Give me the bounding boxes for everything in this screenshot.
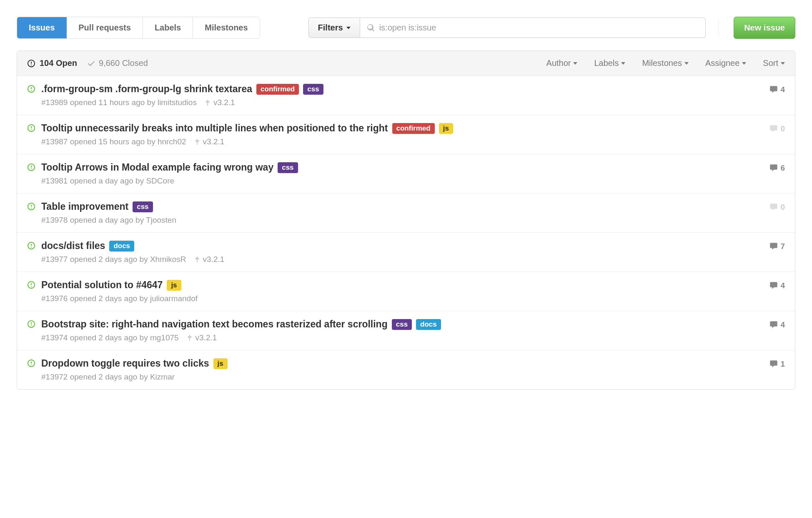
issue-row: Potential solution to #4647js#13976 open…	[17, 272, 795, 311]
filter-sort[interactable]: Sort	[763, 58, 785, 68]
closed-count[interactable]: 9,660 Closed	[87, 58, 148, 68]
issue-title-line: Tooltip unnecessarily breaks into multip…	[41, 123, 764, 134]
issue-meta-text: #13974 opened 2 days ago by mg1075	[41, 333, 179, 342]
issue-main: Tooltip unnecessarily breaks into multip…	[41, 123, 764, 146]
filter-labels[interactable]: Labels	[594, 58, 625, 68]
issue-title-link[interactable]: Table improvement	[41, 201, 128, 212]
label-pill-confirmed[interactable]: confirmed	[256, 84, 299, 95]
issue-main: Tooltip Arrows in Modal example facing w…	[41, 162, 764, 186]
search-input[interactable]	[375, 18, 699, 38]
new-issue-button[interactable]: New issue	[734, 17, 795, 39]
issue-title-link[interactable]: Bootstrap site: right-hand navigation te…	[41, 319, 388, 330]
filter-author[interactable]: Author	[546, 58, 578, 68]
comment-count: 4	[780, 320, 785, 329]
issue-open-icon	[27, 202, 35, 213]
open-count-label: 104 Open	[40, 58, 77, 68]
svg-point-26	[31, 365, 32, 365]
nav-labels[interactable]: Labels	[143, 17, 193, 38]
nav-pull-requests[interactable]: Pull requests	[67, 17, 143, 38]
caret-down-icon	[621, 62, 625, 65]
issue-main: Bootstrap site: right-hand navigation te…	[41, 319, 764, 342]
issue-meta: #13987 opened 15 hours ago by hnrch02v3.…	[41, 137, 764, 146]
issue-comments[interactable]: 6	[769, 163, 785, 173]
svg-point-17	[31, 247, 32, 248]
search-box[interactable]	[360, 18, 706, 38]
filter-assignee[interactable]: Assignee	[705, 58, 746, 68]
label-pill-css[interactable]: css	[392, 319, 412, 330]
issue-meta-text: #13978 opened a day ago by Tjoosten	[41, 216, 176, 225]
label-pill-confirmed[interactable]: confirmed	[392, 123, 435, 134]
issue-title-line: .form-group-sm .form-group-lg shrink tex…	[41, 83, 764, 95]
issue-title-link[interactable]: .form-group-sm .form-group-lg shrink tex…	[41, 83, 252, 95]
issue-open-icon	[27, 124, 35, 134]
nav-group: Issues Pull requests Labels Milestones	[17, 17, 260, 39]
issue-meta-text: #13977 opened 2 days ago by XhmikosR	[41, 255, 186, 264]
issue-meta-text: #13976 opened 2 days ago by julioarmando…	[41, 294, 198, 303]
issue-row: Bootstrap site: right-hand navigation te…	[17, 311, 795, 350]
caret-down-icon	[781, 62, 785, 65]
nav-issues[interactable]: Issues	[17, 17, 67, 38]
label-pill-css[interactable]: css	[303, 84, 323, 95]
issue-title-line: Bootstrap site: right-hand navigation te…	[41, 319, 764, 330]
issue-row: Dropdown toggle requires two clicksjs#13…	[17, 350, 795, 389]
label-pill-js[interactable]: js	[213, 358, 228, 369]
svg-point-11	[31, 168, 32, 169]
issue-meta-text: #13989 opened 11 hours ago by limitstudi…	[41, 98, 197, 107]
issue-comments[interactable]: 7	[769, 242, 785, 251]
issue-comments[interactable]: 4	[769, 320, 785, 329]
label-pill-css[interactable]: css	[278, 162, 298, 173]
issue-milestone[interactable]: v3.2.1	[194, 255, 225, 264]
issue-title-link[interactable]: Tooltip unnecessarily breaks into multip…	[41, 123, 388, 134]
label-pill-js[interactable]: js	[167, 280, 181, 291]
issue-milestone[interactable]: v3.2.1	[204, 98, 235, 107]
issue-meta: #13976 opened 2 days ago by julioarmando…	[41, 294, 764, 303]
milestone-label: v3.2.1	[203, 255, 225, 264]
issue-comments[interactable]: 1	[769, 360, 785, 369]
label-pill-js[interactable]: js	[439, 123, 453, 134]
label-pill-docs[interactable]: docs	[109, 241, 134, 251]
issue-title-line: Tooltip Arrows in Modal example facing w…	[41, 162, 764, 173]
issue-open-icon	[27, 359, 35, 370]
divider	[718, 19, 719, 37]
issue-title-link[interactable]: docs/dist files	[41, 240, 105, 251]
label-pill-css[interactable]: css	[133, 201, 153, 212]
issue-meta: #13974 opened 2 days ago by mg1075v3.2.1	[41, 333, 764, 342]
issue-milestone[interactable]: v3.2.1	[186, 333, 217, 342]
issue-title-line: Dropdown toggle requires two clicksjs	[41, 358, 764, 369]
issue-milestone[interactable]: v3.2.1	[194, 137, 225, 146]
issue-comments[interactable]: 4	[769, 281, 785, 290]
issue-title-link[interactable]: Tooltip Arrows in Modal example facing w…	[41, 162, 273, 173]
issue-open-icon	[27, 320, 35, 330]
issue-meta-text: #13972 opened 2 days ago by Kizmar	[41, 372, 175, 382]
nav-milestones[interactable]: Milestones	[193, 17, 259, 38]
closed-count-label: 9,660 Closed	[99, 58, 148, 68]
svg-point-14	[31, 208, 32, 209]
comment-count: 0	[780, 124, 785, 133]
comment-count: 4	[780, 281, 785, 290]
issue-open-icon	[27, 241, 35, 252]
list-header: 104 Open 9,660 Closed Author Labels Mile…	[17, 51, 795, 76]
issue-comments[interactable]: 4	[769, 85, 785, 94]
caret-down-icon	[742, 62, 746, 65]
issue-open-icon	[27, 59, 35, 68]
filters-label: Filters	[318, 23, 343, 33]
issue-comments[interactable]: 0	[769, 124, 785, 133]
open-count[interactable]: 104 Open	[27, 58, 77, 68]
svg-point-5	[31, 90, 32, 91]
caret-down-icon	[573, 62, 577, 65]
issue-meta-text: #13987 opened 15 hours ago by hnrch02	[41, 137, 186, 146]
label-pill-docs[interactable]: docs	[416, 319, 441, 330]
issue-comments[interactable]: 0	[769, 203, 785, 212]
issue-title-link[interactable]: Potential solution to #4647	[41, 279, 163, 291]
issue-title-line: docs/dist filesdocs	[41, 240, 764, 251]
issue-row: Tooltip unnecessarily breaks into multip…	[17, 115, 795, 154]
filters-button[interactable]: Filters	[308, 18, 360, 38]
filters-search: Filters	[308, 18, 706, 38]
filter-milestones[interactable]: Milestones	[642, 58, 689, 68]
issue-row: Tooltip Arrows in Modal example facing w…	[17, 154, 795, 194]
comment-count: 7	[780, 242, 785, 251]
issue-row: docs/dist filesdocs#13977 opened 2 days …	[17, 233, 795, 272]
issue-title-line: Table improvementcss	[41, 201, 764, 212]
comment-count: 0	[780, 203, 785, 212]
issue-title-link[interactable]: Dropdown toggle requires two clicks	[41, 358, 209, 369]
